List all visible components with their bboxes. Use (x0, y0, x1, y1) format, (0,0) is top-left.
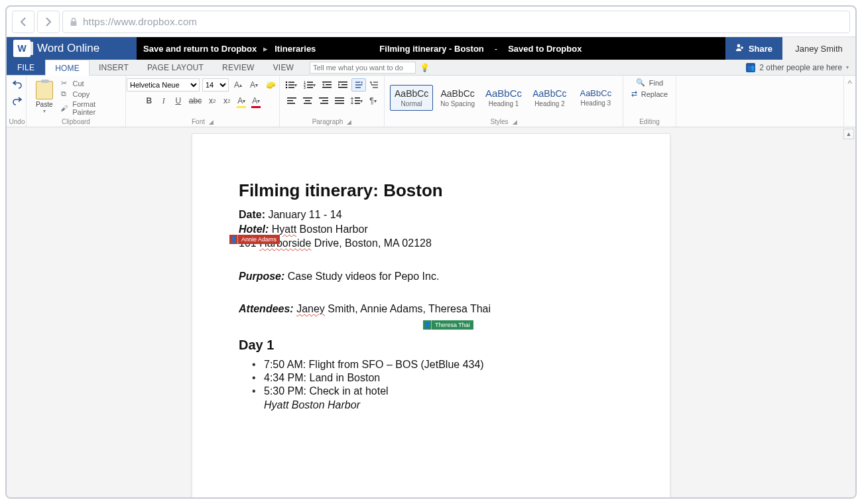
share-icon (735, 43, 745, 54)
doc-day1-heading: Day 1 (239, 338, 623, 353)
style-heading-2[interactable]: AaBbCcHeading 2 (528, 85, 571, 111)
strikethrough-button[interactable]: abc (186, 94, 204, 107)
tell-me-input[interactable] (310, 62, 416, 74)
svg-rect-27 (304, 103, 312, 103)
style-heading-1[interactable]: AaBbCcHeading 1 (482, 84, 525, 111)
doc-day1-hotel: Hyatt Boston Harbor (264, 398, 623, 412)
svg-rect-3 (288, 82, 294, 82)
tab-review[interactable]: REVIEW (213, 60, 264, 75)
doc-purpose-line: Purpose: Case Study videos for Pepo Inc. (239, 269, 623, 284)
highlight-button[interactable]: A ▾ (235, 94, 248, 107)
nav-back-button[interactable] (12, 11, 34, 33)
copy-button[interactable]: ⧉Copy (59, 90, 120, 98)
scissors-icon: ✂ (59, 79, 68, 88)
cut-button[interactable]: ✂Cut (59, 79, 120, 88)
svg-point-1 (737, 44, 741, 47)
svg-rect-7 (288, 87, 294, 88)
ribbon: Undo Paste ▾ ✂Cut ⧉Copy 🖌Format Painter … (7, 76, 855, 127)
font-group: Helvetica Neue 14 A▴ A▾ 🧽 B I U abc x2 x… (126, 76, 280, 127)
ltr-button[interactable]: ¶ (351, 78, 366, 92)
doc-day1-list: 7:50 AM: Flight from SFO – BOS (JetBlue … (264, 358, 623, 398)
styles-dialog-launcher[interactable]: ◢ (509, 119, 517, 125)
special-indent-button[interactable]: ¶▾ (367, 94, 380, 107)
decrease-indent-button[interactable] (320, 78, 334, 92)
address-bar[interactable]: https://www.dropbox.com (62, 11, 850, 33)
shrink-font-button[interactable]: A▾ (247, 78, 261, 92)
list-item: 4:34 PM: Land in Boston (264, 371, 623, 385)
clipboard-icon (36, 81, 53, 99)
subscript-button[interactable]: x2 (206, 94, 219, 107)
font-dialog-launcher[interactable]: ◢ (205, 119, 214, 125)
style-heading-3[interactable]: AaBbCcHeading 3 (574, 85, 617, 110)
increase-indent-button[interactable] (336, 78, 350, 92)
line-spacing-button[interactable]: ▾ (348, 94, 365, 107)
undo-button[interactable] (12, 80, 23, 91)
editing-group-label: Editing (629, 117, 670, 125)
replace-button[interactable]: ⇄Replace (631, 90, 668, 98)
copy-icon: ⧉ (59, 90, 68, 98)
svg-rect-13 (307, 87, 313, 88)
svg-point-4 (285, 84, 286, 86)
share-button[interactable]: Share (725, 37, 782, 60)
redo-button[interactable] (12, 96, 23, 107)
breadcrumb-leaf[interactable]: Itineraries (275, 44, 316, 54)
document-title[interactable]: Filming itinerary - Boston (379, 44, 483, 54)
svg-rect-29 (322, 100, 328, 101)
person-icon: 👤 (229, 235, 237, 244)
italic-button[interactable]: I (157, 94, 170, 107)
address-text: https://www.dropbox.com (83, 16, 197, 27)
format-painter-button[interactable]: 🖌Format Painter (59, 100, 120, 116)
chevron-down-icon: ▾ (846, 64, 849, 70)
replace-icon: ⇄ (631, 90, 637, 98)
paragraph-group-label: Paragraph (312, 118, 343, 125)
browser-toolbar: https://www.dropbox.com (7, 7, 855, 37)
tab-home[interactable]: HOME (45, 60, 90, 76)
brand-label: Word Online (37, 42, 99, 55)
document-page[interactable]: Filming itinerary: Boston Date: January … (192, 134, 670, 497)
tab-insert[interactable]: INSERT (90, 60, 138, 75)
superscript-button[interactable]: x2 (220, 94, 233, 107)
scroll-up-button[interactable]: ▲ (843, 129, 854, 139)
svg-rect-33 (335, 103, 344, 103)
align-left-button[interactable] (284, 94, 299, 107)
align-center-button[interactable] (300, 94, 315, 107)
paragraph-group: ▾ 123▾ ¶ ¶ ▾ ¶▾ Paragraph◢ (280, 76, 385, 127)
tab-view[interactable]: VIEW (264, 60, 303, 75)
presence-indicator[interactable]: 👥 2 other people are here ▾ (746, 60, 855, 75)
align-right-button[interactable] (316, 94, 331, 107)
clear-formatting-button[interactable]: 🧽 (263, 78, 278, 92)
doc-attendees-line: Attendees: Janey Smith, Annie Adams, The… (239, 302, 623, 316)
collapse-ribbon-button[interactable]: ^ (843, 76, 855, 127)
justify-button[interactable] (332, 94, 347, 107)
grow-font-button[interactable]: A▴ (231, 78, 245, 92)
rtl-button[interactable]: ¶ (367, 78, 382, 92)
find-button[interactable]: 🔍Find (636, 78, 663, 87)
paste-button[interactable]: Paste ▾ (32, 81, 56, 114)
numbering-button[interactable]: 123▾ (301, 78, 318, 92)
tab-page-layout[interactable]: PAGE LAYOUT (138, 60, 213, 75)
style-no-spacing[interactable]: AaBbCcNo Spacing (436, 85, 479, 111)
header-center: Save and return to Dropbox ▸ Itineraries… (137, 37, 725, 60)
brand[interactable]: W Word Online (7, 37, 137, 60)
breadcrumb-root[interactable]: Save and return to Dropbox (143, 44, 257, 54)
doc-date-line: Date: January 11 - 14 (239, 208, 623, 222)
font-size-select[interactable]: 14 (202, 78, 229, 92)
doc-hotel-address: 101 Harborside Drive, Boston, MA 02128 (239, 236, 623, 251)
underline-button[interactable]: U (172, 94, 185, 107)
font-color-button[interactable]: A ▾ (249, 94, 263, 107)
bullets-button[interactable]: ▾ (282, 78, 300, 92)
font-name-select[interactable]: Helvetica Neue (127, 78, 200, 92)
word-icon: W (13, 40, 31, 57)
tab-file[interactable]: FILE (7, 60, 45, 75)
search-icon: 🔍 (636, 78, 645, 87)
bold-button[interactable]: B (143, 94, 156, 107)
doc-heading: Filming itinerary: Boston (239, 180, 623, 201)
nav-forward-button[interactable] (37, 11, 60, 33)
document-canvas: ▲ Filming itinerary: Boston Date: Januar… (7, 127, 855, 497)
style-normal[interactable]: AaBbCcNormal (390, 85, 433, 111)
presence-text: 2 other people are here (759, 63, 842, 72)
presence-icon: 👥 (746, 63, 755, 72)
current-user[interactable]: Janey Smith (782, 37, 855, 60)
styles-group: AaBbCcNormal AaBbCcNo Spacing AaBbCcHead… (385, 76, 623, 127)
paragraph-dialog-launcher[interactable]: ◢ (343, 119, 351, 125)
